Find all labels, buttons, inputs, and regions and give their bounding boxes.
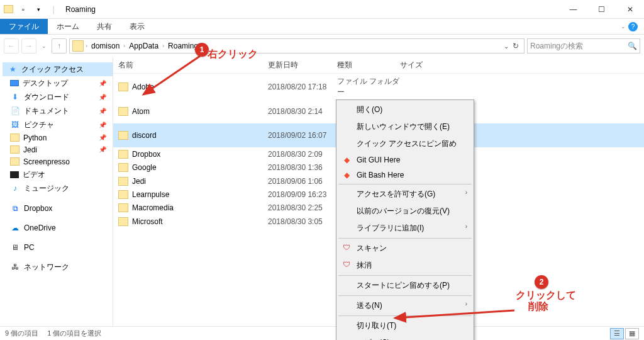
context-item-label: スキャン	[357, 244, 387, 252]
context-item-label: 以前のバージョンの復元(V)	[357, 207, 450, 215]
sidebar-pc[interactable]: 🖥 PC	[3, 241, 113, 254]
refresh-icon[interactable]: ↻	[510, 42, 521, 50]
context-item[interactable]: 開く(O)	[338, 101, 472, 118]
file-date: 2018/08/30 2:25	[268, 203, 337, 212]
folder-icon	[1, 3, 15, 16]
sidebar-dropbox[interactable]: ⧉ Dropbox	[3, 201, 113, 215]
doc-icon: 📄	[10, 106, 20, 116]
file-date: 2018/08/30 3:05	[268, 217, 337, 226]
sidebar-item[interactable]: ♪ミュージック	[3, 181, 113, 195]
sidebar-item[interactable]: ⬇ダウンロード📌	[3, 90, 113, 104]
pin-icon: 📌	[99, 94, 110, 101]
search-input[interactable]: Roamingの検索 🔍	[527, 38, 640, 54]
context-item[interactable]: 切り取り(T)	[338, 317, 472, 334]
mc-icon: 🛡	[341, 259, 352, 269]
column-name[interactable]: 名前	[118, 60, 268, 71]
close-button[interactable]: ✕	[616, 1, 644, 18]
context-item[interactable]: 🛡抹消	[338, 257, 472, 274]
history-dropdown-icon[interactable]: ⌄	[39, 43, 49, 49]
mc-icon: 🛡	[341, 242, 352, 252]
up-button[interactable]: ↑	[52, 38, 67, 54]
context-item[interactable]: ◆Git GUI Here	[338, 152, 472, 167]
folder-icon	[118, 203, 128, 212]
file-date: 2018/09/06 1:06	[268, 177, 337, 186]
window-title: Roaming	[62, 5, 559, 14]
minimize-button[interactable]: —	[559, 1, 587, 18]
sidebar-item-label: PC	[24, 243, 35, 252]
sidebar-item-label: ミュージック	[24, 183, 69, 194]
sidebar-item[interactable]: 📄ドキュメント📌	[3, 104, 113, 118]
column-date[interactable]: 更新日時	[268, 60, 337, 71]
qat-dropdown[interactable]: ▾	[31, 3, 45, 16]
folder-icon	[118, 150, 128, 159]
context-separator	[338, 184, 472, 184]
context-item-label: クイック アクセスにピン留め	[357, 139, 457, 148]
dl-icon: ⬇	[10, 92, 20, 102]
context-item[interactable]: ライブラリに追加(I)›	[338, 220, 472, 237]
context-item[interactable]: 以前のバージョンの復元(V)	[338, 203, 472, 220]
context-item-label: Git Bash Here	[357, 171, 404, 179]
breadcrumb-item[interactable]: AppData	[126, 42, 162, 50]
sidebar-item[interactable]: 🖼ピクチャ📌	[3, 118, 113, 132]
file-name: Jedi	[132, 177, 268, 186]
tab-share[interactable]: 共有	[88, 19, 121, 34]
column-size[interactable]: サイズ	[400, 60, 444, 71]
context-item[interactable]: 送る(N)›	[338, 297, 472, 314]
dropbox-icon: ⧉	[10, 203, 20, 213]
context-item[interactable]: アクセスを許可する(G)›	[338, 186, 472, 203]
context-item[interactable]: ◆Git Bash Here	[338, 167, 472, 183]
context-item[interactable]: クイック アクセスにピン留め	[338, 135, 472, 152]
breadcrumb-item[interactable]: domison	[88, 42, 123, 50]
folder-icon	[118, 190, 128, 199]
back-button[interactable]: ←	[4, 38, 19, 54]
file-name: Learnpulse	[132, 190, 268, 199]
context-item-label: Git GUI Here	[357, 156, 400, 164]
folder-icon	[10, 157, 19, 166]
qat-sep: |	[47, 3, 60, 16]
mus-icon: ♪	[10, 183, 20, 193]
context-item[interactable]: 🛡スキャン	[338, 240, 472, 257]
file-name: Google	[132, 163, 268, 172]
qat-item[interactable]: ▫	[16, 3, 30, 16]
context-item[interactable]: スタートにピン留めする(P)	[338, 277, 472, 294]
sidebar-quick-access[interactable]: ★ クイック アクセス	[3, 62, 113, 76]
tab-view[interactable]: 表示	[121, 19, 153, 34]
sidebar-item-label: ネットワーク	[24, 262, 69, 273]
view-details-button[interactable]: ☰	[610, 328, 624, 339]
maximize-button[interactable]: ☐	[587, 1, 616, 18]
context-item-label: 開く(O)	[357, 105, 382, 114]
sidebar-item[interactable]: デスクトップ📌	[3, 76, 113, 90]
file-date: 2018/09/02 16:07	[268, 131, 337, 140]
file-date: 2018/08/20 17:18	[268, 82, 337, 91]
sidebar-item[interactable]: Screenpresso	[3, 156, 113, 167]
chevron-down-icon[interactable]: ⌄	[504, 43, 509, 50]
forward-button[interactable]: →	[21, 38, 36, 54]
tab-home[interactable]: ホーム	[48, 19, 88, 34]
sidebar-item[interactable]: ビデオ	[3, 167, 113, 181]
chevron-right-icon: ›	[465, 223, 467, 230]
file-row[interactable]: Adobe2018/08/20 17:18ファイル フォルダー	[113, 75, 644, 99]
chevron-right-icon: ›	[123, 43, 125, 49]
tab-file[interactable]: ファイル	[0, 19, 48, 34]
sidebar-network[interactable]: 🖧 ネットワーク	[3, 260, 113, 274]
annotation-badge-1: 1	[195, 43, 209, 57]
chevron-right-icon: ›	[465, 189, 467, 196]
sidebar-item[interactable]: Python📌	[3, 132, 113, 144]
sidebar-item[interactable]: Jedi📌	[3, 144, 113, 156]
sidebar-item-label: Jedi	[23, 145, 37, 154]
file-name: Macromedia	[132, 203, 268, 212]
column-headers: 名前 更新日時 種類 サイズ	[113, 57, 644, 74]
view-icons-button[interactable]: ▦	[625, 328, 639, 339]
folder-icon	[118, 163, 128, 172]
breadcrumb[interactable]: › domison › AppData › Roaming ⌄ ↻	[69, 38, 525, 54]
column-type[interactable]: 種類	[337, 60, 400, 71]
sidebar-onedrive[interactable]: ☁ OneDrive	[3, 221, 113, 234]
context-item[interactable]: コピー(C)	[338, 334, 472, 340]
context-menu: 開く(O)新しいウィンドウで開く(E)クイック アクセスにピン留め◆Git GU…	[336, 99, 474, 340]
file-date: 2018/08/30 2:14	[268, 107, 337, 116]
folder-icon	[10, 145, 19, 154]
context-separator	[338, 295, 472, 296]
context-item[interactable]: 新しいウィンドウで開く(E)	[338, 118, 472, 135]
file-date: 2018/08/30 2:09	[268, 150, 337, 159]
ribbon-help[interactable]: ⌄ ?	[614, 19, 644, 34]
